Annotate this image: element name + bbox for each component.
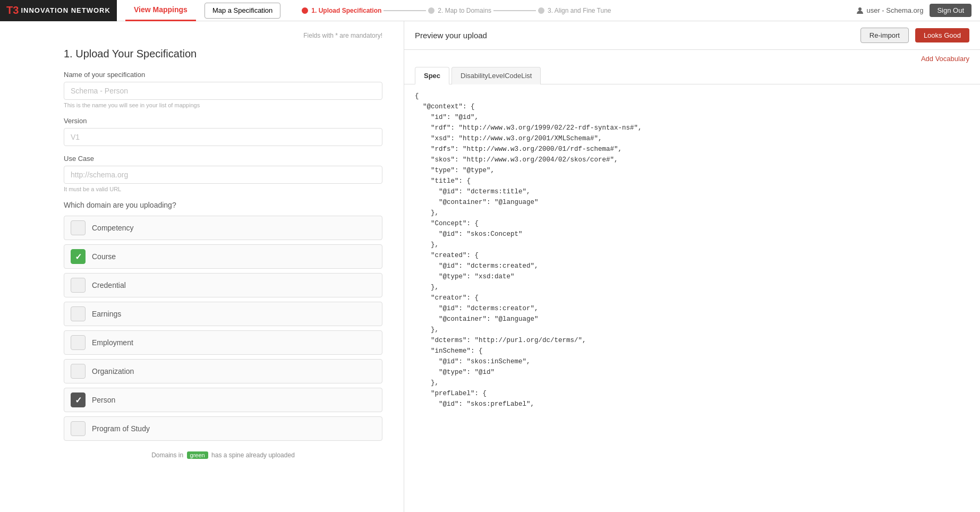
bottom-note-prefix: Domains in [151,451,183,459]
looks-good-button[interactable]: Looks Good [915,28,969,42]
step-1: 1. Upload Specification [302,7,381,14]
left-panel: Fields with * are mandatory! 1. Upload Y… [0,21,404,512]
map-specification-button[interactable]: Map a Specification [204,3,280,19]
logo-sub-text: INNOVATION NETWORK [21,6,110,14]
sign-out-button[interactable]: Sign Out [930,4,972,17]
step-line-2 [493,10,536,11]
step-1-label: 1. Upload Specification [311,7,381,14]
tab-disability[interactable]: DisabilityLevelCodeList [451,67,541,84]
step-2-label: 2. Map to Domains [438,7,491,14]
green-badge: green [187,451,208,459]
domain-label-competency: Competency [92,224,134,232]
domain-list: Competency✓CourseCredentialEarningsEmplo… [64,216,382,441]
add-vocabulary-button[interactable]: Add Vocabulary [921,55,969,63]
domain-field-group: Which domain are you uploading? Competen… [64,201,382,441]
user-area: user - Schema.org Sign Out [856,4,972,17]
step-2-dot [428,7,434,14]
domain-item-course[interactable]: ✓Course [64,244,382,269]
section-title: 1. Upload Your Specification [64,48,382,60]
header: T3 INNOVATION NETWORK View Mappings Map … [0,0,980,21]
name-label: Name of your specification [64,71,382,79]
step-3-label: 3. Align and Fine Tune [548,7,611,14]
version-field-group: Version [64,117,382,146]
domain-checkbox-person: ✓ [71,392,86,407]
add-vocab-area: Add Vocabulary [404,50,980,67]
name-field-group: Name of your specification This is the n… [64,71,382,108]
domain-item-credential[interactable]: Credential [64,273,382,297]
domain-label-employment: Employment [92,338,133,347]
domain-item-competency[interactable]: Competency [64,216,382,240]
name-hint: This is the name you will see in your li… [64,102,382,108]
domain-item-person[interactable]: ✓Person [64,388,382,412]
step-1-dot [302,7,308,14]
tab-spec[interactable]: Spec [415,67,449,84]
version-input[interactable] [64,128,382,146]
domain-label-earnings: Earnings [92,310,121,318]
domain-checkbox-earnings [71,306,86,321]
domain-checkbox-course: ✓ [71,249,86,264]
version-label: Version [64,117,382,125]
use-case-label: Use Case [64,155,382,163]
domain-label: Which domain are you uploading? [64,201,382,209]
tabs-row: SpecDisabilityLevelCodeList [404,67,980,84]
use-case-input[interactable] [64,166,382,184]
domain-checkbox-competency [71,220,86,235]
domain-item-program-of-study[interactable]: Program of Study [64,416,382,441]
domain-checkbox-employment [71,335,86,350]
bottom-note-suffix: has a spine already uploaded [211,451,295,459]
user-info: user - Schema.org [856,6,923,15]
bottom-note: Domains in green has a spine already upl… [64,451,382,459]
mandatory-note: Fields with * are mandatory! [64,32,382,39]
view-mappings-button[interactable]: View Mappings [125,0,196,21]
steps-area: 1. Upload Specification 2. Map to Domain… [302,7,856,14]
domain-label-credential: Credential [92,281,126,289]
code-area[interactable]: { "@context": { "id": "@id", "rdf": "htt… [404,84,980,512]
preview-header: Preview your upload Re-import Looks Good [404,21,980,50]
svg-point-0 [858,7,862,11]
domain-item-employment[interactable]: Employment [64,330,382,355]
logo-area: T3 INNOVATION NETWORK [0,0,117,21]
domain-item-organization[interactable]: Organization [64,359,382,383]
domain-checkbox-organization [71,364,86,379]
re-import-button[interactable]: Re-import [860,28,909,43]
name-input[interactable] [64,82,382,100]
domain-label-program-of-study: Program of Study [92,424,150,433]
domain-item-earnings[interactable]: Earnings [64,302,382,326]
preview-title: Preview your upload [415,31,854,40]
step-3: 3. Align and Fine Tune [538,7,611,14]
step-2: 2. Map to Domains [428,7,491,14]
use-case-hint: It must be a valid URL [64,186,382,192]
user-icon [856,6,864,15]
step-3-dot [538,7,544,14]
use-case-field-group: Use Case It must be a valid URL [64,155,382,192]
logo-t3-text: T3 [6,4,19,16]
right-panel: Preview your upload Re-import Looks Good… [404,21,980,512]
user-label-text: user - Schema.org [866,6,923,14]
domain-label-course: Course [92,252,116,261]
domain-checkbox-credential [71,278,86,293]
main-layout: Fields with * are mandatory! 1. Upload Y… [0,21,980,512]
step-line-1 [384,10,426,11]
domain-label-organization: Organization [92,367,134,376]
domain-checkbox-program-of-study [71,421,86,436]
domain-label-person: Person [92,396,115,404]
